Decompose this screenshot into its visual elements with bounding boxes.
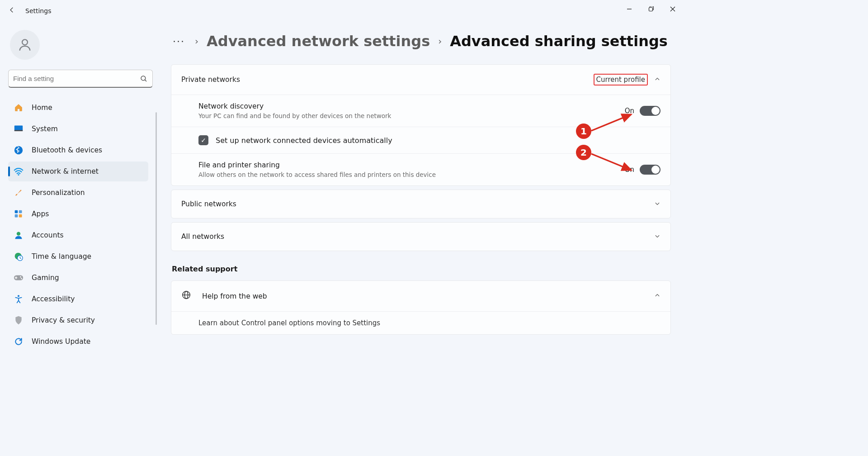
svg-rect-12 bbox=[19, 210, 22, 214]
close-button[interactable] bbox=[662, 0, 684, 18]
nav-label: System bbox=[32, 125, 58, 133]
nav-network[interactable]: Network & internet bbox=[8, 162, 148, 181]
nav-label: Accessibility bbox=[32, 295, 75, 303]
search-box[interactable] bbox=[8, 70, 153, 88]
auto-setup-checkbox[interactable]: ✓ bbox=[198, 135, 208, 145]
person-icon bbox=[14, 230, 24, 240]
accessibility-icon bbox=[14, 294, 24, 304]
nav-list: Home System Bluetooth & devices Network … bbox=[8, 98, 154, 352]
svg-point-21 bbox=[18, 295, 19, 297]
maximize-button[interactable] bbox=[640, 0, 662, 18]
nav-privacy[interactable]: Privacy & security bbox=[8, 310, 148, 330]
row-title: Network discovery bbox=[198, 102, 625, 110]
nav-label: Home bbox=[32, 104, 52, 112]
row-subtitle: Allow others on the network to access sh… bbox=[198, 171, 625, 178]
svg-line-6 bbox=[145, 80, 146, 81]
titlebar: Settings bbox=[0, 0, 684, 22]
svg-rect-13 bbox=[15, 214, 18, 218]
breadcrumb-parent[interactable]: Advanced network settings bbox=[207, 33, 430, 50]
bluetooth-icon bbox=[14, 145, 24, 155]
annotation-arrow-1 bbox=[588, 111, 637, 134]
apps-icon bbox=[14, 209, 24, 219]
nav-gaming[interactable]: Gaming bbox=[8, 268, 148, 288]
search-icon bbox=[140, 75, 148, 83]
chevron-up-icon bbox=[654, 292, 660, 300]
back-button[interactable] bbox=[3, 6, 21, 16]
page-title: Advanced sharing settings bbox=[450, 33, 668, 50]
svg-rect-11 bbox=[15, 210, 18, 214]
system-icon bbox=[14, 124, 24, 134]
file-printer-sharing-toggle[interactable] bbox=[640, 165, 660, 175]
svg-rect-8 bbox=[14, 130, 23, 132]
svg-point-10 bbox=[18, 174, 19, 176]
main-content: ··· › Advanced network settings › Advanc… bbox=[158, 22, 684, 359]
nav-system[interactable]: System bbox=[8, 119, 148, 139]
svg-rect-1 bbox=[649, 8, 653, 11]
svg-line-25 bbox=[591, 114, 631, 131]
svg-point-15 bbox=[17, 232, 20, 236]
nav-apps[interactable]: Apps bbox=[8, 204, 148, 224]
app-title: Settings bbox=[25, 7, 51, 14]
nav-home[interactable]: Home bbox=[8, 98, 148, 118]
svg-rect-14 bbox=[19, 214, 22, 218]
globe-clock-icon bbox=[14, 252, 24, 261]
nav-update[interactable]: Windows Update bbox=[8, 332, 148, 352]
wifi-icon bbox=[14, 166, 24, 176]
public-networks-card[interactable]: Public networks bbox=[171, 190, 671, 218]
annotation-arrow-2 bbox=[588, 150, 637, 174]
chevron-down-icon bbox=[654, 200, 660, 208]
sidebar-scrollbar[interactable] bbox=[156, 112, 157, 325]
annotation-marker-1: 1 bbox=[576, 124, 591, 139]
nav-label: Network & internet bbox=[32, 167, 99, 176]
brush-icon bbox=[14, 188, 24, 198]
chevron-down-icon bbox=[654, 233, 660, 241]
section-title: Public networks bbox=[181, 200, 236, 208]
minimize-button[interactable] bbox=[618, 0, 640, 18]
checkbox-label: Set up network connected devices automat… bbox=[216, 136, 392, 145]
svg-point-19 bbox=[20, 276, 21, 278]
search-input[interactable] bbox=[13, 75, 140, 82]
nav-label: Apps bbox=[32, 210, 49, 218]
current-profile-badge: Current profile bbox=[594, 74, 648, 86]
help-link[interactable]: Learn about Control panel options moving… bbox=[171, 311, 670, 334]
svg-line-26 bbox=[591, 154, 631, 170]
globe-icon bbox=[181, 290, 193, 302]
svg-point-4 bbox=[22, 39, 28, 45]
home-icon bbox=[14, 103, 24, 113]
related-support-heading: Related support bbox=[172, 265, 671, 273]
nav-label: Windows Update bbox=[32, 337, 90, 346]
help-title: Help from the web bbox=[202, 292, 654, 300]
nav-bluetooth[interactable]: Bluetooth & devices bbox=[8, 140, 148, 160]
nav-label: Bluetooth & devices bbox=[32, 146, 102, 154]
help-card: Help from the web Learn about Control pa… bbox=[171, 280, 671, 335]
section-title: All networks bbox=[181, 233, 224, 241]
help-header[interactable]: Help from the web bbox=[171, 281, 670, 311]
user-avatar[interactable] bbox=[10, 30, 40, 60]
all-networks-card[interactable]: All networks bbox=[171, 222, 671, 251]
chevron-right-icon: › bbox=[195, 36, 198, 47]
svg-point-5 bbox=[141, 76, 146, 81]
update-icon bbox=[14, 337, 24, 347]
nav-accessibility[interactable]: Accessibility bbox=[8, 289, 148, 309]
nav-time[interactable]: Time & language bbox=[8, 247, 148, 266]
nav-label: Privacy & security bbox=[32, 316, 95, 324]
nav-personalization[interactable]: Personalization bbox=[8, 183, 148, 203]
nav-label: Time & language bbox=[32, 252, 91, 261]
private-networks-header[interactable]: Private networks Current profile bbox=[171, 65, 670, 95]
row-title: File and printer sharing bbox=[198, 161, 625, 169]
row-subtitle: Your PC can find and be found by other d… bbox=[198, 112, 625, 119]
section-title: Private networks bbox=[181, 76, 240, 84]
nav-accounts[interactable]: Accounts bbox=[8, 225, 148, 245]
nav-label: Accounts bbox=[32, 231, 64, 239]
nav-label: Personalization bbox=[32, 189, 85, 197]
gamepad-icon bbox=[14, 273, 24, 283]
nav-label: Gaming bbox=[32, 274, 59, 282]
annotation-marker-2: 2 bbox=[576, 145, 591, 160]
chevron-right-icon: › bbox=[438, 36, 442, 47]
svg-point-20 bbox=[21, 278, 22, 279]
network-discovery-toggle[interactable] bbox=[640, 106, 660, 116]
breadcrumb: ··· › Advanced network settings › Advanc… bbox=[171, 33, 671, 50]
window-controls bbox=[618, 0, 684, 18]
breadcrumb-overflow[interactable]: ··· bbox=[171, 36, 187, 47]
chevron-up-icon bbox=[654, 76, 660, 84]
